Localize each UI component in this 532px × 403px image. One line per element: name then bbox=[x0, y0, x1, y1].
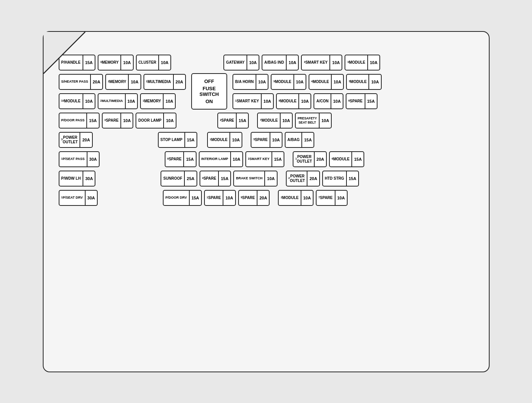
fuse-amp: 10A bbox=[125, 94, 137, 108]
fuse-amp: 10A bbox=[270, 133, 282, 147]
fuse-label: DOOR LAMP bbox=[136, 113, 163, 128]
fuse-label: 3 SPARE bbox=[103, 113, 121, 128]
fuse-2power-outlet: 2 POWEROUTLET 20A bbox=[286, 171, 320, 187]
fuse-amp: 15A bbox=[351, 152, 364, 166]
fuse-amp: 10A bbox=[319, 113, 331, 128]
fuse-label: BRAKE SWITCH bbox=[234, 171, 264, 186]
fuse-1memory: 1MEMORY 10A bbox=[140, 93, 176, 109]
fuse-label: B/A HORN bbox=[233, 75, 256, 89]
fuse-3power-outlet: 3POWEROUTLET 20A bbox=[59, 132, 93, 148]
fuse-label: 6 SPARE bbox=[346, 94, 365, 108]
fuse-3memory: 3MEMORY 10A bbox=[98, 55, 134, 71]
fuse-1spare: 1 SPARE 10A bbox=[204, 190, 236, 206]
fuse-amp: 10A bbox=[229, 133, 242, 147]
fuse-1pseat-pass: 1P/SEAT PASS 30A bbox=[59, 151, 100, 167]
fuse-label: 7MODULE bbox=[258, 113, 279, 128]
fuse-label: 1MULTIMEDIA bbox=[144, 75, 173, 89]
fuse-6spare: 6 SPARE 15A bbox=[346, 93, 378, 109]
fuse-7module: 7MODULE 10A bbox=[257, 113, 292, 129]
fuse-label: 2MEMORY bbox=[106, 75, 128, 89]
fuse-amp: 15A bbox=[218, 171, 230, 186]
fuse-label: 5 SPARE bbox=[251, 133, 270, 147]
fuse-label: A/BAG bbox=[286, 133, 301, 147]
fuse-label: A/BAG IND bbox=[262, 55, 286, 70]
fuse-door-lamp: DOOR LAMP 10A bbox=[136, 113, 176, 129]
corner-fold bbox=[44, 32, 89, 77]
fuse-label: 6MODULE bbox=[330, 152, 351, 166]
fuse-1module: 1 MODULE 10A bbox=[207, 132, 242, 148]
fuse-amp: 20A bbox=[80, 133, 92, 147]
fuse-bahorn: B/A HORN 10A bbox=[232, 74, 268, 90]
fuse-label: INTERIOR LAMP bbox=[200, 152, 230, 166]
fuse-amp: 10A bbox=[264, 171, 276, 186]
fuse-amp: 15A bbox=[301, 133, 314, 147]
fuse-3smartkey: 3SMART KEY 10A bbox=[301, 55, 342, 71]
fuse-label: P/WDW LH bbox=[59, 171, 83, 186]
fuse-row-3-right: 1SMART KEY 10A 8 MODULE 10A A/CON 10A 6 … bbox=[232, 93, 382, 109]
fuse-label: 3SMART KEY bbox=[302, 55, 329, 70]
fuse-abag-ind: A/BAG IND 10A bbox=[262, 55, 299, 71]
fuse-amp: 10A bbox=[163, 94, 175, 108]
fuse-5spare: 5 SPARE 10A bbox=[251, 132, 282, 148]
fuse-amp: 15A bbox=[346, 171, 358, 186]
fuse-brake-switch: BRAKE SWITCH 10A bbox=[233, 171, 277, 187]
fuse-6module: 6MODULE 15A bbox=[329, 151, 364, 167]
fuse-2module: 2 MODULE 10A bbox=[278, 190, 313, 206]
fuse-amp: 10A bbox=[329, 55, 342, 70]
switch-main-label: FUSESWITCH bbox=[200, 86, 219, 97]
fuse-5module: 5MODULE 10A bbox=[346, 74, 381, 90]
fuse-amp: 20A bbox=[173, 75, 185, 89]
fuse-row-1: P/HANDLE 15A 3MEMORY 10A CLUSTER 10A GAT… bbox=[59, 55, 474, 71]
fuse-label: 1MEMORY bbox=[141, 94, 163, 108]
fuse-label: 1 MODULE bbox=[208, 133, 229, 147]
fuse-2smartkey: 2SMART KEY 15A bbox=[245, 151, 284, 167]
fuse-label: 7SPARE bbox=[317, 191, 335, 205]
fuse-1pseat-drv: 1P/SEAT DRV 30A bbox=[59, 190, 98, 206]
fuse-label: 8 SPARE bbox=[165, 152, 184, 166]
fuse-2memory: 2MEMORY 10A bbox=[105, 74, 141, 90]
fuse-4module: 4MODULE 10A bbox=[309, 74, 344, 90]
fuse-row-4: P/DOOR PASS 15A 3 SPARE 10A DOOR LAMP 10… bbox=[59, 113, 474, 129]
fuse-amp: 20A bbox=[90, 75, 102, 89]
fuse-row-6: 1P/SEAT PASS 30A 8 SPARE 15A INTERIOR LA… bbox=[59, 151, 474, 167]
fuse-label: 10MODULE bbox=[59, 94, 83, 108]
fuse-row-3-left: 10MODULE 10A 2MULTIMEDIA 10A 1MEMORY 10A bbox=[59, 93, 186, 109]
fuse-interior-lamp: INTERIOR LAMP 10A bbox=[199, 151, 243, 167]
fuse-label: 2 MODULE bbox=[279, 191, 300, 205]
fuse-9spare: 9 SPARE 20A bbox=[238, 190, 270, 206]
fuse-amp: 15A bbox=[365, 94, 377, 108]
fuse-label: PRESAFETYSEAT BELT bbox=[296, 113, 319, 128]
fuse-stop-lamp: STOP LAMP 15A bbox=[158, 132, 197, 148]
fuse-amp: 15A bbox=[86, 113, 98, 128]
fuse-label: CLUSTER bbox=[137, 55, 158, 70]
fuse-label: 9 SPARE bbox=[239, 191, 257, 205]
fuse-label: 9 MODULE bbox=[271, 75, 293, 89]
fuse-label: 1P/SEAT DRV bbox=[59, 191, 85, 205]
fuse-label: 1SMART KEY bbox=[233, 94, 261, 108]
fuse-9module: 9 MODULE 10A bbox=[271, 74, 306, 90]
fuse-label: P/DOOR PASS bbox=[59, 113, 87, 128]
fuse-amp: 10A bbox=[230, 152, 242, 166]
fuse-pdoor-pass: P/DOOR PASS 15A bbox=[59, 113, 100, 129]
fuse-pdoor-drv: P/DOOR DRV 15A bbox=[163, 190, 202, 206]
fuse-amp: 15A bbox=[189, 191, 201, 205]
fuse-amp: 20A bbox=[314, 152, 326, 166]
fuse-label: 3POWEROUTLET bbox=[59, 133, 80, 147]
fuse-amp: 15A bbox=[271, 152, 284, 166]
fuse-label: 1P/SEAT PASS bbox=[59, 152, 87, 166]
fuse-3spare: 3 SPARE 10A bbox=[102, 113, 134, 129]
fuse-1smartkey: 1SMART KEY 10A bbox=[232, 93, 274, 109]
fuse-label: P/DOOR DRV bbox=[164, 191, 189, 205]
fuse-label: 4MODULE bbox=[309, 75, 331, 89]
fuse-amp: 10A bbox=[223, 191, 235, 205]
fuse-7spare: 7SPARE 10A bbox=[316, 190, 348, 206]
fuse-amp: 10A bbox=[301, 191, 313, 205]
fuse-amp: 15A bbox=[236, 113, 248, 128]
fuse-amp: 10A bbox=[368, 75, 381, 89]
fuse-amp: 10A bbox=[246, 55, 259, 70]
fuse-amp: 10A bbox=[280, 113, 292, 128]
fuse-amp: 20A bbox=[307, 171, 319, 186]
fuse-row-8: 1P/SEAT DRV 30A P/DOOR DRV 15A 1 SPARE 1… bbox=[59, 190, 474, 206]
fuse-acon: A/CON 10A bbox=[314, 93, 343, 109]
switch-off-label: OFF bbox=[204, 78, 214, 84]
